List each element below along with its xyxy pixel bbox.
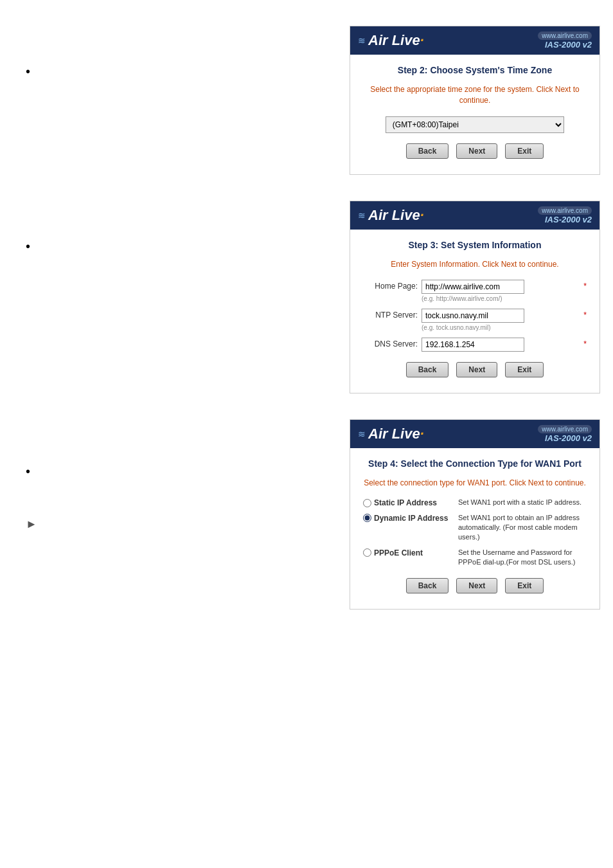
card3-back-button[interactable]: Back bbox=[406, 578, 449, 593]
logo-3: ≋ Air Live· bbox=[358, 426, 424, 442]
card3-next-button[interactable]: Next bbox=[456, 578, 497, 593]
page-container: • ≋ Air Live· www.airlive.com IAS-2000 v… bbox=[13, 13, 600, 622]
logo-waves-2: ≋ bbox=[358, 210, 366, 221]
homepage-input[interactable] bbox=[422, 280, 524, 294]
logo-waves-3: ≋ bbox=[358, 429, 366, 439]
homepage-input-group: (e.g. http://www.airlive.com/) bbox=[422, 280, 580, 302]
card1-model: IAS-2000 v2 bbox=[545, 40, 592, 50]
dynamic-ip-radio[interactable] bbox=[363, 514, 371, 522]
pppoe-radio[interactable] bbox=[363, 548, 371, 557]
card3-row: • ► ≋ Air Live· www.airlive.com IAS-2000… bbox=[13, 419, 600, 609]
dns-input[interactable] bbox=[422, 338, 524, 352]
card2-step-title: Step 3: Set System Information bbox=[363, 240, 587, 250]
ntp-hint: (e.g. tock.usno.navy.mil) bbox=[422, 324, 580, 331]
card1-header-right: www.airlive.com IAS-2000 v2 bbox=[538, 32, 592, 50]
card2-exit-button[interactable]: Exit bbox=[505, 362, 544, 377]
card2-row: • ≋ Air Live· www.airlive.com IAS-2000 v… bbox=[13, 201, 600, 394]
card2-next-button[interactable]: Next bbox=[456, 362, 497, 377]
card3-model: IAS-2000 v2 bbox=[545, 433, 592, 443]
homepage-hint: (e.g. http://www.airlive.com/) bbox=[422, 295, 580, 302]
card1-header: ≋ Air Live· www.airlive.com IAS-2000 v2 bbox=[350, 26, 600, 55]
logo-1: ≋ Air Live· bbox=[358, 32, 424, 49]
card3-buttons: Back Next Exit bbox=[363, 578, 587, 599]
logo-dot-3: · bbox=[420, 426, 424, 442]
dynamic-ip-label[interactable]: Dynamic IP Address bbox=[363, 513, 453, 523]
logo-dot-1: · bbox=[420, 32, 424, 48]
card3-header-right: www.airlive.com IAS-2000 v2 bbox=[538, 425, 592, 443]
bullet-1: • bbox=[26, 64, 39, 79]
card1-step-title: Step 2: Choose System's Time Zone bbox=[363, 65, 587, 75]
logo-dot-2: · bbox=[420, 207, 424, 223]
wizard-card-3: ≋ Air Live· www.airlive.com IAS-2000 v2 … bbox=[350, 419, 600, 609]
dns-label: DNS Server: bbox=[363, 338, 418, 348]
card3-header: ≋ Air Live· www.airlive.com IAS-2000 v2 bbox=[350, 420, 600, 448]
card2-website: www.airlive.com bbox=[538, 206, 592, 215]
logo-text-2: Air Live· bbox=[368, 207, 424, 224]
card1-form: (GMT+08:00)Taipei (GMT+00:00)UTC (GMT-08… bbox=[363, 116, 587, 133]
card1-website: www.airlive.com bbox=[538, 32, 592, 40]
homepage-label: Home Page: bbox=[363, 280, 418, 291]
ntp-row: NTP Server: (e.g. tock.usno.navy.mil) * bbox=[363, 309, 587, 331]
pppoe-label[interactable]: PPPoE Client bbox=[363, 548, 453, 557]
pppoe-desc: Set the Username and Password for PPPoE … bbox=[458, 548, 587, 568]
card3-website: www.airlive.com bbox=[538, 425, 592, 433]
ntp-label: NTP Server: bbox=[363, 309, 418, 320]
connection-options: Static IP Address Set WAN1 port with a s… bbox=[363, 498, 587, 567]
static-ip-label-text: Static IP Address bbox=[374, 498, 437, 507]
dynamic-ip-label-text: Dynamic IP Address bbox=[374, 514, 448, 523]
dynamic-ip-row: Dynamic IP Address Set WAN1 port to obta… bbox=[363, 513, 587, 543]
wizard-card-1: ≋ Air Live· www.airlive.com IAS-2000 v2 … bbox=[350, 26, 600, 175]
static-ip-desc: Set WAN1 port with a static IP address. bbox=[458, 498, 587, 507]
arrow-3: ► bbox=[26, 518, 39, 531]
dynamic-ip-desc: Set WAN1 port to obtain an IP address au… bbox=[458, 513, 587, 543]
dns-required: * bbox=[583, 338, 587, 348]
card2-model: IAS-2000 v2 bbox=[545, 215, 592, 224]
card1-step-desc: Select the appropriate time zone for the… bbox=[363, 84, 587, 106]
card3-step-desc: Select the connection type for WAN1 port… bbox=[363, 478, 587, 489]
card1-row: • ≋ Air Live· www.airlive.com IAS-2000 v… bbox=[13, 26, 600, 175]
card3-body: Step 4: Select the Connection Type for W… bbox=[350, 448, 600, 608]
pppoe-label-text: PPPoE Client bbox=[374, 548, 423, 557]
static-ip-label[interactable]: Static IP Address bbox=[363, 498, 453, 507]
ntp-input-group: (e.g. tock.usno.navy.mil) bbox=[422, 309, 580, 331]
card2-body: Step 3: Set System Information Enter Sys… bbox=[350, 230, 600, 393]
card2-header: ≋ Air Live· www.airlive.com IAS-2000 v2 bbox=[350, 201, 600, 230]
dns-row: DNS Server: * bbox=[363, 338, 587, 352]
card3-exit-button[interactable]: Exit bbox=[505, 578, 544, 593]
card1-body: Step 2: Choose System's Time Zone Select… bbox=[350, 55, 600, 174]
card1-exit-button[interactable]: Exit bbox=[505, 143, 544, 159]
pppoe-row: PPPoE Client Set the Username and Passwo… bbox=[363, 548, 587, 568]
card1-next-button[interactable]: Next bbox=[456, 143, 497, 159]
logo-text-3: Air Live· bbox=[368, 426, 424, 442]
timezone-select[interactable]: (GMT+08:00)Taipei (GMT+00:00)UTC (GMT-08… bbox=[386, 116, 564, 133]
static-ip-radio[interactable] bbox=[363, 499, 371, 507]
ntp-required: * bbox=[583, 309, 587, 320]
static-ip-row: Static IP Address Set WAN1 port with a s… bbox=[363, 498, 587, 507]
card2-form: Home Page: (e.g. http://www.airlive.com/… bbox=[363, 280, 587, 352]
logo-2: ≋ Air Live· bbox=[358, 207, 424, 224]
dns-input-group bbox=[422, 338, 580, 352]
bullet-3: • bbox=[26, 464, 39, 479]
card2-header-right: www.airlive.com IAS-2000 v2 bbox=[538, 206, 592, 224]
logo-text-1: Air Live· bbox=[368, 32, 424, 49]
card3-step-title: Step 4: Select the Connection Type for W… bbox=[363, 458, 587, 469]
card2-back-button[interactable]: Back bbox=[406, 362, 449, 377]
logo-waves-1: ≋ bbox=[358, 35, 366, 46]
card1-back-button[interactable]: Back bbox=[406, 143, 449, 159]
card2-buttons: Back Next Exit bbox=[363, 362, 587, 383]
card2-step-desc: Enter System Information. Click Next to … bbox=[363, 259, 587, 270]
bullet-2: • bbox=[26, 239, 39, 254]
card1-buttons: Back Next Exit bbox=[363, 143, 587, 164]
homepage-row: Home Page: (e.g. http://www.airlive.com/… bbox=[363, 280, 587, 302]
homepage-required: * bbox=[583, 280, 587, 291]
ntp-input[interactable] bbox=[422, 309, 524, 323]
wizard-card-2: ≋ Air Live· www.airlive.com IAS-2000 v2 … bbox=[350, 201, 600, 394]
